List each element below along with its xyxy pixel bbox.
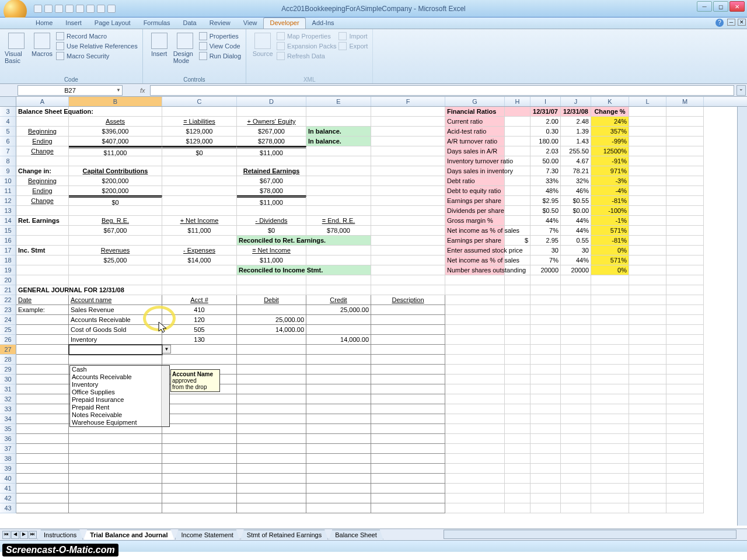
cell-D34[interactable] — [237, 414, 306, 424]
cell-G17[interactable]: Enter assumed stock price — [445, 246, 505, 256]
cell-D10[interactable]: $67,000 — [237, 176, 306, 186]
cell-E23[interactable]: 25,000.00 — [306, 305, 371, 315]
cell-I43[interactable] — [530, 503, 561, 513]
col-header-A[interactable]: A — [16, 97, 69, 106]
cell-F39[interactable] — [371, 464, 445, 474]
cell-C8[interactable] — [162, 156, 237, 166]
cell-G12[interactable]: Earnings per share — [445, 196, 505, 206]
cell-A20[interactable] — [16, 275, 69, 285]
cell-J25[interactable] — [561, 325, 591, 335]
row-header-7[interactable]: 7 — [0, 146, 16, 156]
qat-open-icon[interactable] — [76, 5, 84, 13]
cell-L14[interactable] — [629, 216, 666, 226]
cell-I36[interactable] — [530, 434, 561, 444]
cell-L3[interactable] — [629, 107, 666, 117]
cell-C18[interactable]: $14,000 — [162, 256, 237, 265]
vertical-scrollbar[interactable] — [737, 107, 747, 526]
cell-F21[interactable] — [371, 285, 445, 295]
row-header-31[interactable]: 31 — [0, 384, 16, 394]
cell-K12[interactable]: -81% — [591, 196, 629, 206]
cell-H24[interactable] — [505, 315, 530, 325]
cell-A30[interactable] — [16, 374, 69, 384]
tab-developer[interactable]: Developer — [263, 18, 305, 29]
cell-K3[interactable]: Change % — [591, 107, 629, 117]
cell-J21[interactable] — [561, 285, 591, 295]
cell-H7[interactable] — [505, 146, 530, 156]
cell-B38[interactable] — [69, 454, 162, 464]
cell-E20[interactable] — [306, 275, 371, 285]
cell-H38[interactable] — [505, 454, 530, 464]
cell-C21[interactable] — [162, 285, 237, 295]
cell-D42[interactable] — [237, 494, 306, 503]
cell-H34[interactable] — [505, 414, 530, 424]
maximize-button[interactable]: ◻ — [713, 1, 728, 12]
cell-M34[interactable] — [666, 414, 704, 424]
cell-F17[interactable] — [371, 246, 445, 256]
cell-J37[interactable] — [561, 444, 591, 454]
cell-I12[interactable]: $2.95 — [530, 196, 561, 206]
cell-E31[interactable] — [306, 384, 371, 394]
cell-J42[interactable] — [561, 494, 591, 503]
cell-A36[interactable] — [16, 434, 69, 444]
cell-B22[interactable]: Account name — [69, 295, 162, 305]
cell-M38[interactable] — [666, 454, 704, 464]
sheet-first-icon[interactable]: ⏮ — [2, 531, 11, 539]
col-header-B[interactable]: B — [69, 97, 162, 106]
cell-L27[interactable] — [629, 345, 666, 355]
cell-A34[interactable] — [16, 414, 69, 424]
ribbon-minimize-icon[interactable]: ─ — [727, 19, 735, 26]
cell-B39[interactable] — [69, 464, 162, 474]
cell-M29[interactable] — [666, 365, 704, 374]
cell-F26[interactable] — [371, 335, 445, 345]
cell-A28[interactable] — [16, 355, 69, 365]
cell-M17[interactable] — [666, 246, 704, 256]
cell-F33[interactable] — [371, 404, 445, 414]
row-header-43[interactable]: 43 — [0, 503, 16, 513]
cell-K14[interactable]: -1% — [591, 216, 629, 226]
row-header-15[interactable]: 15 — [0, 226, 16, 236]
cell-D15[interactable]: $0 — [237, 226, 306, 236]
cell-G36[interactable] — [445, 434, 505, 444]
cell-D35[interactable] — [237, 424, 306, 434]
cell-H13[interactable] — [505, 206, 530, 216]
cell-G32[interactable] — [445, 394, 505, 404]
cell-F37[interactable] — [371, 444, 445, 454]
tab-insert[interactable]: Insert — [59, 18, 88, 29]
cell-C5[interactable]: $129,000 — [162, 127, 237, 136]
cell-A9[interactable]: Change in: — [16, 166, 69, 176]
cell-A11[interactable]: Ending — [16, 186, 69, 196]
row-header-28[interactable]: 28 — [0, 355, 16, 365]
cell-C36[interactable] — [162, 434, 237, 444]
macro-security-button[interactable]: Macro Security — [55, 51, 139, 61]
cell-G4[interactable]: Current ratio — [445, 117, 505, 127]
cell-J30[interactable] — [561, 374, 591, 384]
cell-G3[interactable]: Financial Ratios — [445, 107, 505, 117]
cell-K23[interactable] — [591, 305, 629, 315]
cell-L24[interactable] — [629, 315, 666, 325]
col-header-M[interactable]: M — [666, 97, 704, 106]
cell-K34[interactable] — [591, 414, 629, 424]
cell-L19[interactable] — [629, 265, 666, 275]
cell-B12[interactable]: $0 — [69, 196, 162, 206]
row-header-32[interactable]: 32 — [0, 394, 16, 404]
cell-A21[interactable]: GENERAL JOURNAL FOR 12/31/08 — [16, 285, 69, 295]
fx-icon[interactable]: fx — [140, 87, 145, 94]
cell-L28[interactable] — [629, 355, 666, 365]
cell-A31[interactable] — [16, 384, 69, 394]
cell-A29[interactable] — [16, 365, 69, 374]
cell-J36[interactable] — [561, 434, 591, 444]
cell-F13[interactable] — [371, 206, 445, 216]
cell-F5[interactable] — [371, 127, 445, 136]
cell-F41[interactable] — [371, 484, 445, 494]
cell-L21[interactable] — [629, 285, 666, 295]
cell-I15[interactable]: 7% — [530, 226, 561, 236]
cell-K24[interactable] — [591, 315, 629, 325]
cell-F31[interactable] — [371, 384, 445, 394]
cell-D38[interactable] — [237, 454, 306, 464]
cell-C19[interactable] — [162, 265, 237, 275]
cell-G42[interactable] — [445, 494, 505, 503]
cell-A10[interactable]: Beginning — [16, 176, 69, 186]
cell-I38[interactable] — [530, 454, 561, 464]
sheet-tab[interactable]: Balance Sheet — [329, 530, 383, 540]
row-header-25[interactable]: 25 — [0, 325, 16, 335]
